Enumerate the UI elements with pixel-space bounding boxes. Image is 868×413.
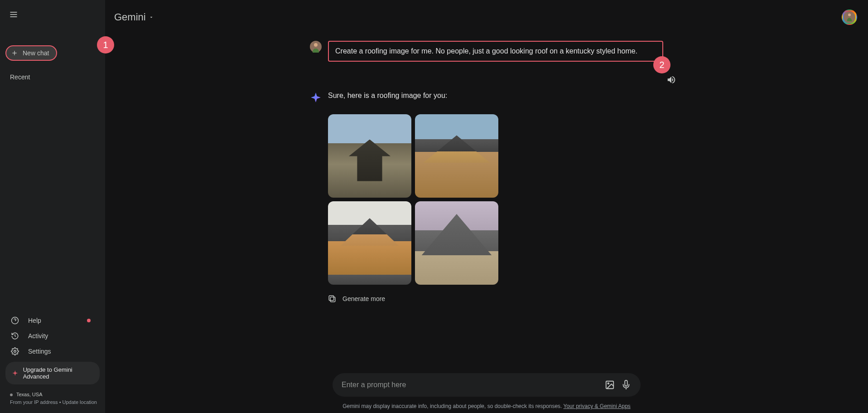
user-msg-avatar xyxy=(310,41,322,53)
avatar-figure-icon xyxy=(845,12,854,22)
prompt-input[interactable] xyxy=(342,381,599,389)
generate-more-label: Generate more xyxy=(342,295,385,302)
upgrade-label: Upgrade to Gemini Advanced xyxy=(23,366,93,380)
plus-icon xyxy=(11,49,18,57)
disclaimer: Gemini may display inaccurate info, incl… xyxy=(342,403,631,409)
location-title: Texas, USA xyxy=(16,392,42,397)
user-avatar[interactable] xyxy=(842,10,857,25)
generated-image-1[interactable] xyxy=(328,114,411,198)
location-ip-text: From your IP address xyxy=(10,399,58,405)
svg-point-7 xyxy=(14,350,16,353)
user-prompt-bubble: Create a roofing image for me. No people… xyxy=(328,41,663,62)
speaker-button[interactable] xyxy=(662,71,680,89)
prompt-input-bar xyxy=(333,373,641,397)
location-info: Texas, USA From your IP address • Update… xyxy=(5,391,100,407)
sparkle-icon xyxy=(12,369,19,377)
brand-label: Gemini xyxy=(114,11,146,23)
generated-image-4[interactable] xyxy=(415,201,498,285)
sidebar: New chat 1 Recent Help Activity Settings… xyxy=(0,0,105,413)
assistant-message-row: Sure, here is a roofing image for you: xyxy=(310,92,663,103)
topbar: Gemini xyxy=(105,0,868,27)
user-message-row: Create a roofing image for me. No people… xyxy=(310,41,663,62)
settings-label: Settings xyxy=(28,348,51,355)
location-dot-icon xyxy=(10,394,13,396)
privacy-link[interactable]: Your privacy & Gemini Apps xyxy=(564,403,631,409)
svg-point-8 xyxy=(848,14,851,16)
svg-rect-11 xyxy=(330,297,335,302)
image-upload-button[interactable] xyxy=(604,379,615,390)
help-icon xyxy=(11,316,19,325)
assistant-intro-text: Sure, here is a roofing image for you: xyxy=(328,92,447,103)
image-grid xyxy=(328,114,663,285)
sidebar-item-settings[interactable]: Settings xyxy=(5,344,100,359)
brand-selector[interactable]: Gemini xyxy=(114,11,154,23)
activity-label: Activity xyxy=(28,332,48,340)
generate-more-button[interactable]: Generate more xyxy=(328,295,385,303)
generated-image-2[interactable] xyxy=(415,114,498,198)
mic-icon xyxy=(621,380,631,390)
svg-point-13 xyxy=(608,383,609,384)
new-chat-button[interactable]: New chat xyxy=(5,45,57,61)
activity-icon xyxy=(11,332,19,340)
new-chat-label: New chat xyxy=(23,49,49,57)
location-separator: • xyxy=(59,399,61,405)
mic-button[interactable] xyxy=(621,379,632,390)
gemini-logo-icon xyxy=(310,92,322,103)
svg-rect-10 xyxy=(329,296,334,301)
update-location-link[interactable]: Update location xyxy=(63,399,97,405)
user-prompt-text: Create a roofing image for me. No people… xyxy=(335,47,637,55)
gear-icon xyxy=(11,347,19,355)
recent-header: Recent xyxy=(5,73,100,81)
disclaimer-text: Gemini may display inaccurate info, incl… xyxy=(342,403,562,409)
image-icon xyxy=(605,380,615,390)
svg-point-9 xyxy=(314,43,318,47)
speaker-icon xyxy=(666,75,676,85)
menu-icon[interactable] xyxy=(8,9,19,20)
upgrade-button[interactable]: Upgrade to Gemini Advanced xyxy=(5,362,100,384)
notification-dot-icon xyxy=(87,319,91,322)
help-label: Help xyxy=(28,317,41,324)
input-region: Gemini may display inaccurate info, incl… xyxy=(105,373,868,413)
generate-more-icon xyxy=(328,295,336,303)
sidebar-item-activity[interactable]: Activity xyxy=(5,328,100,344)
conversation-area: Create a roofing image for me. No people… xyxy=(105,27,868,373)
main-content: Gemini Create a roofing image for me. No… xyxy=(105,0,868,413)
chevron-down-icon xyxy=(149,15,154,20)
sidebar-item-help[interactable]: Help xyxy=(5,313,100,328)
generated-image-3[interactable] xyxy=(328,201,411,285)
